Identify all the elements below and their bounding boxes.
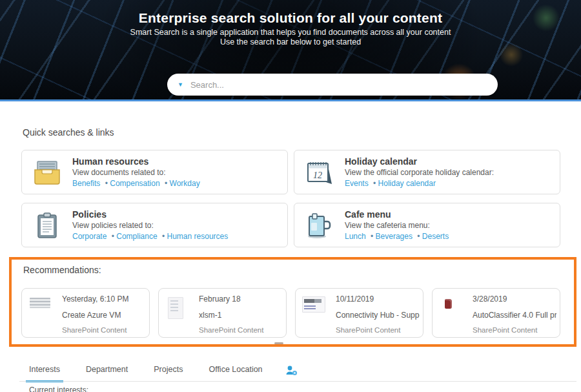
search-input[interactable]: [190, 80, 487, 90]
mug-icon: [305, 211, 334, 240]
recommendation-date: Yesterday, 6:10 PM: [62, 294, 128, 304]
carousel-scrollbar[interactable]: [274, 342, 283, 344]
recommendation-card[interactable]: Yesterday, 6:10 PM Create Azure VM Share…: [21, 288, 150, 338]
tabs-divider: [19, 381, 576, 382]
quick-card-description: View the cafeteria menu:: [345, 221, 449, 231]
quick-card-title: Policies: [72, 209, 228, 220]
recommendation-source: SharePoint Content: [62, 326, 127, 334]
quick-links-grid: Human resources View documents related t…: [21, 150, 560, 247]
recommendation-title: AutoClassifier 4.0 Full product ch...: [473, 311, 556, 320]
link-events[interactable]: Events: [345, 179, 369, 188]
link-deserts[interactable]: Deserts: [414, 232, 449, 241]
quick-card-title: Human resources: [72, 156, 200, 167]
chevron-down-icon[interactable]: ▼: [178, 82, 183, 88]
quick-card-policies: Policies View policies related to: Corpo…: [21, 203, 288, 247]
recommendation-date: 3/28/2019: [473, 294, 507, 304]
calendar-icon: 12: [305, 158, 334, 187]
recommendation-title: Create Azure VM: [62, 311, 121, 320]
recommendations-heading: Recommendations:: [23, 265, 101, 275]
link-compliance[interactable]: Compliance: [109, 232, 158, 241]
quick-links-heading: Quick searches & links: [23, 127, 114, 138]
quick-card-cafe-menu: Cafe menu View the cafeteria menu: Lunch…: [294, 203, 560, 247]
document-thumbnail: [168, 297, 183, 319]
search-bar[interactable]: ▼: [167, 74, 498, 96]
clipboard-icon: [32, 211, 62, 240]
quick-card-links: Benefits Compensation Workday: [72, 179, 200, 188]
recommendation-source: SharePoint Content: [473, 326, 537, 334]
tab-department[interactable]: Department: [83, 365, 131, 382]
link-compensation[interactable]: Compensation: [103, 179, 160, 188]
recommendation-date: 10/11/2019: [336, 294, 374, 304]
recommendations-carousel: Yesterday, 6:10 PM Create Azure VM Share…: [21, 288, 560, 338]
recommendation-title: xlsm-1: [199, 311, 221, 320]
quick-card-title: Cafe menu: [345, 209, 449, 220]
quick-card-links: Lunch Beverages Deserts: [345, 232, 449, 241]
page-subtitle-line1: Smart Search is a single application tha…: [0, 28, 581, 37]
hero-banner: Enterprise search solution for all your …: [0, 0, 581, 101]
pdf-file-icon: [445, 299, 452, 309]
recommendation-card[interactable]: February 18 xlsm-1 SharePoint Content: [158, 288, 287, 338]
link-workday[interactable]: Workday: [162, 179, 200, 188]
recommendation-title: Connectivity Hub - Supported Se...: [336, 311, 420, 320]
current-interests-label: Current interests:: [29, 386, 88, 392]
profile-tabs: Interests Department Projects Office Loc…: [26, 365, 298, 382]
quick-card-links: Events Holiday calendar: [345, 179, 494, 188]
recommendation-card[interactable]: 10/11/2019 Connectivity Hub - Supported …: [295, 288, 423, 338]
link-beverages[interactable]: Beverages: [368, 232, 413, 241]
quick-card-holiday-calendar: 12 Holiday calendar View the official co…: [294, 150, 560, 194]
user-settings-icon: [285, 366, 298, 376]
page-subtitle-line2: Use the search bar below to get started: [0, 37, 581, 46]
link-holiday-calendar[interactable]: Holiday calendar: [371, 179, 436, 188]
tab-projects[interactable]: Projects: [150, 365, 186, 382]
file-cabinet-icon: [32, 158, 62, 187]
link-corporate[interactable]: Corporate: [72, 232, 107, 241]
link-benefits[interactable]: Benefits: [72, 179, 100, 188]
tab-interests[interactable]: Interests: [26, 365, 63, 382]
quick-card-description: View the official corporate holiday cale…: [345, 168, 494, 178]
recommendation-card[interactable]: 3/28/2019 AutoClassifier 4.0 Full produc…: [432, 288, 560, 338]
page-title: Enterprise search solution for all your …: [0, 10, 581, 26]
document-thumbnail: [30, 298, 50, 308]
svg-text:12: 12: [313, 170, 322, 180]
tab-office-location[interactable]: Office Location: [205, 365, 265, 382]
quick-card-description: View documents related to:: [72, 168, 200, 178]
link-human-resources[interactable]: Human resources: [159, 232, 228, 241]
edit-profile-button[interactable]: [285, 365, 298, 378]
recommendation-source: SharePoint Content: [336, 326, 400, 334]
recommendation-date: February 18: [199, 294, 241, 304]
quick-card-human-resources: Human resources View documents related t…: [21, 150, 288, 194]
quick-card-links: Corporate Compliance Human resources: [72, 232, 228, 241]
document-thumbnail: [302, 296, 325, 313]
quick-card-title: Holiday calendar: [345, 156, 494, 167]
quick-card-description: View policies related to:: [72, 221, 228, 231]
recommendation-source: SharePoint Content: [199, 326, 263, 334]
link-lunch[interactable]: Lunch: [345, 232, 366, 241]
